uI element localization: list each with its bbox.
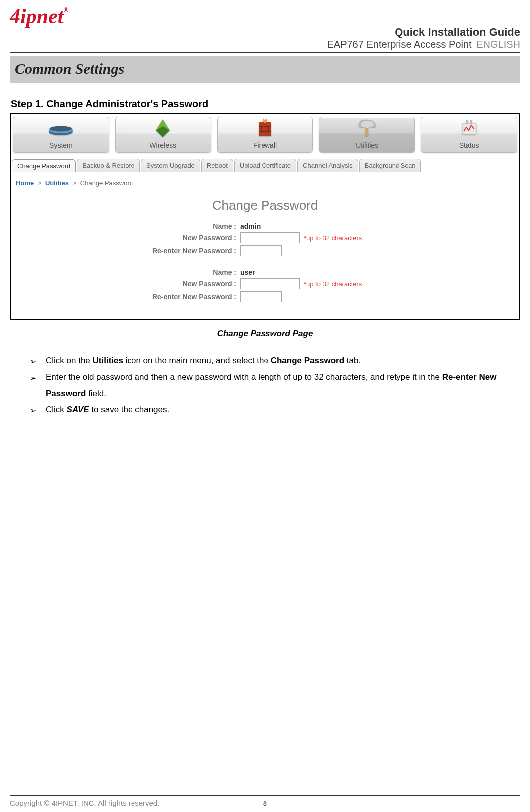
tab-backup-restore[interactable]: Backup & Restore	[77, 159, 140, 172]
gui-screenshot: System Wireless	[10, 113, 520, 320]
input-newpw-user[interactable]	[240, 278, 300, 289]
footer-copyright: Copyright © 4IPNET, INC. All rights rese…	[10, 799, 255, 807]
form-heading: Change Password	[11, 198, 519, 213]
step-title: Step 1. Change Administrator's Password	[11, 98, 520, 110]
nav-status[interactable]: Status	[421, 117, 517, 153]
footer-page-number: 8	[255, 799, 275, 807]
breadcrumb-sep: >	[38, 179, 42, 187]
product-name: EAP767 Enterprise Access Point	[327, 39, 471, 50]
svg-rect-14	[466, 120, 468, 124]
nav-utilities-label: Utilities	[319, 139, 414, 151]
bullet-1-bold1: Utilities	[93, 356, 123, 365]
tab-background-scan[interactable]: Background Scan	[359, 159, 421, 172]
bullet-marker-icon: ➢	[30, 369, 38, 402]
label-newpw-user: New Password :	[126, 280, 240, 288]
breadcrumb-home[interactable]: Home	[16, 179, 34, 187]
bullet-3: ➢ Click SAVE to save the changes.	[30, 402, 509, 418]
bullet-1: ➢ Click on the Utilities icon on the mai…	[30, 353, 509, 369]
input-reenter-admin[interactable]	[240, 245, 282, 256]
wireless-icon	[116, 117, 211, 139]
doc-language: ENGLISH	[476, 39, 520, 50]
bullet-3-a: Click	[46, 405, 67, 414]
label-reenter-admin: Re-enter New Password :	[126, 247, 240, 255]
bullet-2: ➢ Enter the old password and then a new …	[30, 369, 509, 402]
router-icon	[13, 117, 109, 139]
bullet-1-bold2: Change Password	[271, 356, 344, 365]
status-icon	[421, 117, 517, 139]
breadcrumb-sep: >	[73, 179, 77, 187]
tab-reboot[interactable]: Reboot	[201, 159, 233, 172]
nav-firewall[interactable]: Firewall	[217, 117, 313, 153]
breadcrumb-utilities[interactable]: Utilities	[45, 179, 69, 187]
bullet-1-c: tab.	[344, 356, 361, 365]
brand-name: 4ipnet	[10, 5, 63, 28]
footer-divider	[10, 795, 520, 796]
nav-system-label: System	[13, 139, 109, 151]
input-reenter-user[interactable]	[240, 291, 282, 302]
svg-point-2	[50, 126, 72, 132]
bullet-marker-icon: ➢	[30, 402, 38, 418]
note-user: *up to 32 characters	[304, 280, 362, 288]
tab-change-password[interactable]: Change Password	[12, 159, 76, 172]
firewall-icon	[218, 117, 313, 139]
tab-upload-certificate[interactable]: Upload Certificate	[234, 159, 296, 172]
value-name-user: user	[240, 268, 255, 276]
label-name-admin: Name :	[126, 222, 240, 230]
tab-channel-analysis[interactable]: Channel Analysis	[297, 159, 358, 172]
nav-wireless-label: Wireless	[116, 139, 211, 151]
svg-rect-15	[470, 120, 472, 124]
figure-caption: Change Password Page	[10, 329, 520, 339]
section-heading: Common Settings	[10, 56, 520, 83]
input-newpw-admin[interactable]	[240, 232, 300, 243]
bullet-marker-icon: ➢	[30, 353, 38, 369]
breadcrumb-current: Change Password	[80, 179, 133, 187]
sub-tab-bar: Change Password Backup & Restore System …	[11, 156, 519, 172]
bullet-1-a: Click on the	[46, 356, 93, 365]
nav-firewall-label: Firewall	[218, 139, 313, 151]
brand-logo: 4ipnet®	[10, 0, 520, 28]
brand-tm: ®	[63, 6, 68, 14]
utilities-icon	[319, 117, 414, 139]
note-admin: *up to 32 characters	[304, 234, 362, 242]
bullet-3-bi: SAVE	[67, 405, 89, 414]
bullet-1-b: icon on the main menu, and select the	[123, 356, 271, 365]
tab-system-upgrade[interactable]: System Upgrade	[141, 159, 200, 172]
label-newpw-admin: New Password :	[126, 234, 240, 242]
nav-utilities[interactable]: Utilities	[319, 117, 415, 153]
nav-status-label: Status	[421, 139, 517, 151]
header-divider	[10, 52, 520, 53]
nav-system[interactable]: System	[13, 117, 109, 153]
bullet-2-a: Enter the old password and then a new pa…	[46, 372, 442, 382]
bullet-3-b: to save the changes.	[89, 405, 170, 414]
label-name-user: Name :	[126, 268, 240, 276]
bullet-2-b: field.	[86, 389, 106, 398]
svg-point-12	[361, 121, 374, 128]
value-name-admin: admin	[240, 222, 261, 230]
label-reenter-user: Re-enter New Password :	[126, 293, 240, 301]
breadcrumb: Home > Utilities > Change Password	[11, 172, 519, 193]
nav-wireless[interactable]: Wireless	[115, 117, 211, 153]
svg-rect-11	[365, 127, 368, 136]
